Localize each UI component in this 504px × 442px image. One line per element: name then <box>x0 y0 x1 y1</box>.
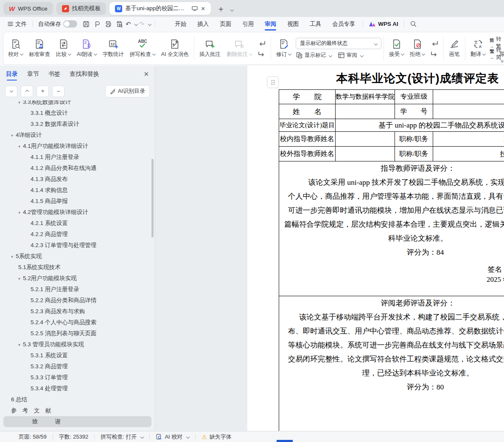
collapse-arrow-icon[interactable]: ▾ <box>11 254 13 259</box>
proofread-button[interactable]: 校对 <box>5 35 26 62</box>
sidebar-tab-contents[interactable]: 目录 <box>6 67 18 82</box>
toc-item[interactable]: ▾4.1用户功能模块详细设计 <box>0 141 155 152</box>
toc-item[interactable]: 5.1系统实现技术 <box>0 262 155 273</box>
save-button[interactable] <box>81 19 91 29</box>
toc-item[interactable]: ▾3.3系统数据库设计 <box>0 100 155 108</box>
toc-item[interactable]: 致 谢 <box>3 416 151 427</box>
toc-item[interactable]: 4.1.4 求购信息 <box>0 185 155 196</box>
collapse-all-button[interactable]: − <box>52 86 64 97</box>
ink-pen-button[interactable]: 画笔 <box>446 35 463 62</box>
collapse-arrow-icon[interactable]: ▾ <box>18 342 20 347</box>
collapse-arrow-icon[interactable]: ▾ <box>18 144 20 149</box>
close-sidebar-icon[interactable]: ✕ <box>143 70 149 78</box>
next-comment-button[interactable] <box>257 50 267 58</box>
tab-wps-office[interactable]: W WPS Office <box>3 2 53 15</box>
toc-item[interactable]: 5.3.3 订单管理 <box>0 372 155 383</box>
menu-tab-member[interactable]: 会员专享 <box>327 17 361 31</box>
sidebar-scrollbar[interactable] <box>151 159 154 237</box>
missing-font-warning[interactable]: ⚠ 缺失字体 <box>196 433 238 441</box>
spell-check-status[interactable]: 拼写检查: 打开 <box>95 433 149 441</box>
toc-item[interactable]: 4.2.2 商品管理 <box>0 229 155 240</box>
more-quick-actions-icon[interactable] <box>145 17 153 31</box>
autosave-toggle[interactable] <box>63 20 77 28</box>
toc-item[interactable]: 5.2.3 商品发布与求购 <box>0 306 155 317</box>
word-count-indicator[interactable]: 字数: 25392 <box>53 433 94 441</box>
toc-item[interactable]: 4.1.3 商品发布 <box>0 174 155 185</box>
file-menu[interactable]: 文件 <box>4 17 30 31</box>
toc-item[interactable]: 6 总结 <box>0 394 155 405</box>
toc-item[interactable]: 5.2.4 个人中心与商品搜索 <box>0 317 155 328</box>
collapse-arrow-icon[interactable]: ▾ <box>11 133 13 138</box>
ai-proofread-status[interactable]: AI 校对 <box>150 433 195 441</box>
spell-check-button[interactable]: ABC 拼写检查 <box>127 35 158 62</box>
toc-item[interactable]: 3.3.1 概念设计 <box>0 108 155 119</box>
sidebar-tab-chapters[interactable]: 章节 <box>27 67 39 82</box>
toc-item[interactable]: ▾5.2用户功能模块实现 <box>0 273 155 284</box>
tab-list-dropdown-icon[interactable] <box>229 6 233 14</box>
previous-comment-button[interactable] <box>257 39 267 47</box>
expand-all-button[interactable]: ＋ <box>36 86 49 97</box>
review-pane-button[interactable]: 审阅 <box>338 52 363 59</box>
menu-tab-reference[interactable]: 引用 <box>237 17 259 31</box>
redo-button[interactable]: ↷ <box>138 17 146 31</box>
print-preview-button[interactable] <box>115 19 124 29</box>
next-change-button[interactable] <box>429 50 440 58</box>
document-page[interactable]: 本科毕业论文(设计)成绩评定表 学 院 数学与数据科学学院 专业班级 信计 姓 … <box>247 66 504 431</box>
reject-change-button[interactable]: 拒绝 <box>407 35 428 62</box>
restrict-edit-button[interactable]: 限制编辑 <box>497 35 504 62</box>
translate-button[interactable]: 文 A 翻译 <box>468 35 488 62</box>
search-icon[interactable] <box>409 19 418 29</box>
toc-item[interactable]: ▾4.2管理功能模块详细设计 <box>0 207 155 218</box>
page-indicator[interactable]: 页面: 58/59 <box>19 433 53 441</box>
collapse-arrow-icon[interactable]: ▾ <box>18 100 20 105</box>
ai-read-aloud-button[interactable]: AI朗读 <box>74 35 100 62</box>
table-move-handle[interactable] <box>267 76 279 88</box>
toc-item[interactable]: 4.2.1 系统设置 <box>0 218 155 229</box>
ai-recognize-toc-button[interactable]: AI识别目录 <box>105 85 150 97</box>
toc-item[interactable]: 5.2.1 用户注册登录 <box>0 284 155 295</box>
tab-templates[interactable]: 找稻壳模板 <box>56 2 106 15</box>
collapse-arrow-icon[interactable]: ▾ <box>18 210 20 215</box>
toc-item[interactable]: 5.3.4 处理管理 <box>0 383 155 394</box>
output-button[interactable] <box>92 19 102 29</box>
toc-item[interactable]: 参 考 文 献 <box>0 405 155 416</box>
toc-item[interactable]: 5.3.1 系统设置 <box>0 350 155 361</box>
undo-button[interactable]: ↶ <box>125 17 138 31</box>
show-markup-button[interactable]: 显示标记 <box>296 52 332 59</box>
expand-down-button[interactable] <box>5 86 17 97</box>
new-tab-button[interactable]: ＋ <box>217 3 225 14</box>
tab-document[interactable]: W 基于uni-app的校园二手物品交易系统 ✕ <box>109 2 211 15</box>
menu-tab-home[interactable]: 开始 <box>169 17 192 31</box>
toc-item[interactable]: 4.2.3 订单管理与处理管理 <box>0 240 155 251</box>
toc-item[interactable]: 3.3.2 数据库表设计 <box>0 119 155 130</box>
collapse-arrow-icon[interactable]: ▾ <box>18 276 20 281</box>
toc-item[interactable]: ▾5系统实现 <box>0 251 155 262</box>
toc-item[interactable]: 5.2.2 商品分类和商品详情 <box>0 295 155 306</box>
close-tab-icon[interactable]: ✕ <box>201 6 205 12</box>
toc-item[interactable]: 4.1.5 商品举报 <box>0 196 155 207</box>
word-count-button[interactable]: 12 字数统计 <box>100 35 127 62</box>
sidebar-tab-bookmarks[interactable]: 书签 <box>48 67 60 82</box>
autosave-control[interactable]: 自动保存 <box>35 17 81 31</box>
standard-review-button[interactable]: 标准审查 <box>26 35 53 62</box>
toc-item[interactable]: ▾5.3 管理员功能模块实现 <box>0 339 155 350</box>
compare-button[interactable]: 比较 <box>53 35 74 62</box>
toc-item[interactable]: ▾4详细设计 <box>0 130 155 141</box>
sidebar-tab-find-replace[interactable]: 查找和替换 <box>70 67 99 82</box>
toc-item[interactable]: 5.2.5 消息列表与聊天页面 <box>0 328 155 339</box>
previous-change-button[interactable] <box>429 39 440 47</box>
track-changes-button[interactable]: 修订 <box>273 35 294 62</box>
insert-comment-button[interactable]: 插入批注 <box>196 35 224 62</box>
print-button[interactable] <box>104 19 113 29</box>
toc-item[interactable]: 4.1.1 用户注册登录 <box>0 152 155 163</box>
ai-polish-button[interactable]: AI 全文润色 <box>158 35 192 62</box>
markup-state-dropdown[interactable]: 显示标记的最终状态 <box>296 38 381 49</box>
collapse-up-button[interactable] <box>21 86 33 97</box>
menu-tab-review[interactable]: 审阅 <box>259 17 282 31</box>
menu-tab-insert[interactable]: 插入 <box>192 17 214 31</box>
menu-tab-page[interactable]: 页面 <box>214 17 237 31</box>
toc-item[interactable]: 4.1.2 商品分类和在线沟通 <box>0 163 155 174</box>
wps-ai-button[interactable]: WPS AI <box>365 17 402 31</box>
accept-change-button[interactable]: 接受 <box>386 35 407 62</box>
menu-tab-view[interactable]: 视图 <box>282 17 304 31</box>
